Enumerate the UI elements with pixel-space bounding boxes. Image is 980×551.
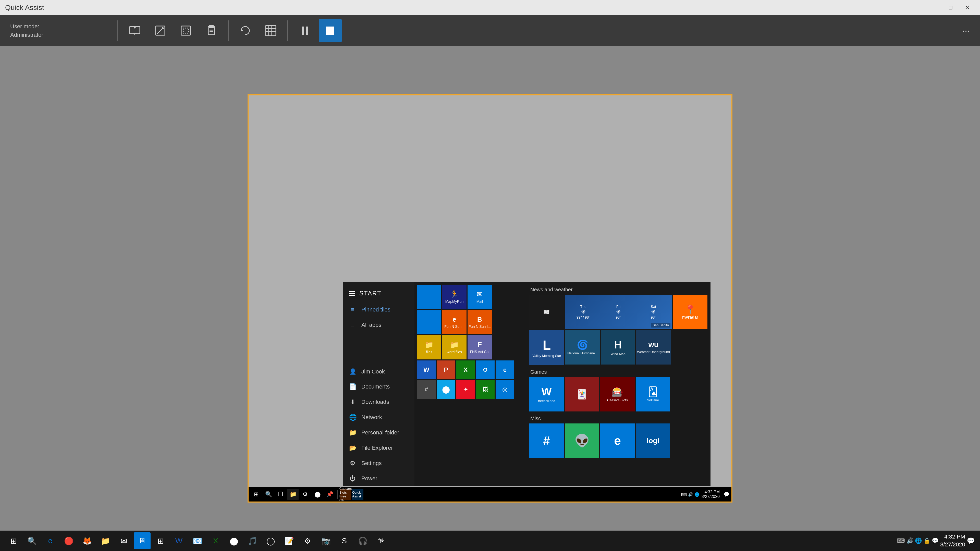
remote-caesars-button[interactable]: Caesars Slots Free Ca... <box>340 489 351 500</box>
tile-solitaire[interactable]: 🂡 Solitaire <box>636 377 670 411</box>
host-chrome-button[interactable]: 🔴 <box>60 532 77 549</box>
host-music-button[interactable]: 🎵 <box>244 532 261 549</box>
tile-outlook-app[interactable]: O <box>476 360 495 379</box>
tile-generic2[interactable] <box>417 310 441 334</box>
news-icon: 📰 <box>543 309 550 315</box>
tile-edge-app[interactable]: e <box>496 360 514 379</box>
sidebar-item-network[interactable]: 🌐 Network <box>343 410 414 425</box>
tile-weather-forecast[interactable]: Thu☀99° / 98° Fri☀98° Sat☀98° San Benito <box>565 295 672 329</box>
tile-ball[interactable]: ⬤ <box>437 380 455 399</box>
tile-word-files[interactable]: 📁 word files <box>442 335 466 359</box>
sidebar-item-user[interactable]: 👤 Jim Cook <box>343 364 414 379</box>
tile-cards-game[interactable]: 🃏 <box>565 377 599 411</box>
documents-label: Documents <box>361 383 390 390</box>
tile-edge-misc[interactable]: e <box>600 424 635 458</box>
tile-mail[interactable]: ✉ Mail <box>468 285 492 309</box>
pause-button[interactable] <box>293 19 316 42</box>
sidebar-item-settings[interactable]: ⚙ Settings <box>343 456 414 471</box>
tile-weather-underground[interactable]: wu Weather Underground <box>636 330 671 365</box>
tile-excel-app[interactable]: X <box>456 360 475 379</box>
tile-myradar[interactable]: 📍 myradar <box>673 295 708 329</box>
remote-notification-icon[interactable]: 💬 <box>724 492 729 497</box>
hamburger-icon[interactable] <box>349 291 355 296</box>
close-button[interactable]: ✕ <box>959 3 975 13</box>
edge-icon: e <box>503 366 507 373</box>
tile-national-hurricane[interactable]: 🌀 National Hurricane... <box>565 330 600 365</box>
remote-pin1[interactable]: 📌 <box>324 489 335 500</box>
wind-map-icon: H <box>614 339 622 351</box>
sidebar-item-downloads[interactable]: ⬇ Downloads <box>343 394 414 410</box>
tile-star[interactable]: ✦ <box>456 380 475 399</box>
host-app1-button[interactable]: ⬤ <box>226 532 242 549</box>
tile-logi[interactable]: logi <box>636 424 670 458</box>
remote-taskview-button[interactable]: ❐ <box>275 489 286 500</box>
host-headset-button[interactable]: 🎧 <box>354 532 371 549</box>
tile-photo[interactable]: 🖼 <box>476 380 495 399</box>
host-cortana-button[interactable]: ◯ <box>262 532 279 549</box>
host-outlook-button[interactable]: 📧 <box>189 532 206 549</box>
clipboard-button[interactable] <box>200 19 223 42</box>
host-mail-button[interactable]: ✉ <box>115 532 132 549</box>
host-firefox-button[interactable]: 🦊 <box>79 532 95 549</box>
host-settings-button[interactable]: ⚙ <box>299 532 316 549</box>
logi-icon: logi <box>647 437 659 445</box>
green-app-icon: 👽 <box>574 433 590 448</box>
remote-start-button[interactable]: ⊞ <box>251 489 262 500</box>
tile-ppt-app[interactable]: P <box>437 360 455 379</box>
tile-fun-n-sun1[interactable]: e Fun N Sun... <box>442 310 466 334</box>
tile-files[interactable]: 📁 files <box>417 335 441 359</box>
remote-qa-button[interactable]: Quick Assist <box>352 489 363 500</box>
tile-word-app[interactable]: W <box>417 360 436 379</box>
tile-wind-map[interactable]: H Wind Map <box>601 330 635 365</box>
sidebar-item-power[interactable]: ⏻ Power <box>343 471 414 486</box>
tile-caesars-slots[interactable]: 🎰 Caesars Slots <box>600 377 635 411</box>
host-store-button[interactable]: ⊞ <box>152 532 169 549</box>
tile-circle-app[interactable]: ◎ <box>496 380 514 399</box>
myradar-pin-icon: 📍 <box>684 304 696 315</box>
annotate-button[interactable] <box>149 19 172 42</box>
sidebar-item-all-apps[interactable]: ≡ All apps <box>343 318 414 333</box>
network-icon: 🌐 <box>349 414 356 421</box>
host-shop-button[interactable]: 🛍 <box>372 532 390 549</box>
remote-settings-icon[interactable]: ⚙ <box>300 489 311 500</box>
sidebar-item-documents[interactable]: 📄 Documents <box>343 379 414 394</box>
outlook-icon: O <box>483 367 487 373</box>
refresh-button[interactable] <box>234 19 257 42</box>
sidebar-item-pinned-tiles[interactable]: ≡ Pinned tiles <box>343 302 414 318</box>
tile-valley-morning-star[interactable]: L Valley Morning Star <box>529 330 564 365</box>
host-word-button[interactable]: W <box>170 532 187 549</box>
tile-mapmyrun[interactable]: 🏃 MapMyRun <box>442 285 466 309</box>
host-notification-button[interactable]: 💬 <box>967 537 975 545</box>
solitaire-label: Solitaire <box>647 398 659 402</box>
host-edge-button[interactable]: e <box>42 532 59 549</box>
host-photos-button[interactable]: 📷 <box>318 532 334 549</box>
host-search-button[interactable]: 🔍 <box>24 532 40 549</box>
host-skype-button[interactable]: S <box>336 532 353 549</box>
host-sticky-button[interactable]: 📝 <box>281 532 298 549</box>
maximize-button[interactable]: □ <box>943 3 958 13</box>
tile-green-app[interactable]: 👽 <box>565 424 599 458</box>
stop-button[interactable] <box>319 19 342 42</box>
tile-freecell[interactable]: W freecell.doc <box>529 377 564 411</box>
remote-app1[interactable]: ⬤ <box>312 489 323 500</box>
host-files-button[interactable]: 📁 <box>97 532 114 549</box>
all-apps-icon: ≡ <box>349 321 356 329</box>
monitor-button[interactable] <box>123 19 146 42</box>
tile-fun-n-sun2[interactable]: B Fun N Sun I... <box>468 310 492 334</box>
remote-search-button[interactable]: 🔍 <box>263 489 274 500</box>
resize-button[interactable] <box>174 19 197 42</box>
tile-calc[interactable]: # <box>417 380 436 399</box>
host-remote-desktop-button[interactable]: 🖥 <box>134 532 151 549</box>
tile-fns-act-cal[interactable]: F FNS Act Cal <box>468 335 492 359</box>
remote-files-icon[interactable]: 📁 <box>287 489 299 500</box>
sidebar-item-file-explorer[interactable]: 📂 File Explorer <box>343 440 414 456</box>
more-options-button[interactable]: ··· <box>957 23 975 38</box>
sidebar-item-personal-folder[interactable]: 📁 Personal folder <box>343 425 414 440</box>
tile-news[interactable]: 📰 <box>529 295 564 329</box>
host-excel-button[interactable]: X <box>207 532 224 549</box>
minimize-button[interactable]: — <box>926 3 942 13</box>
task-manager-button[interactable] <box>259 19 282 42</box>
tile-generic1[interactable] <box>417 285 441 309</box>
host-start-button[interactable]: ⊞ <box>5 532 22 549</box>
tile-hashtag[interactable]: # <box>529 424 564 458</box>
